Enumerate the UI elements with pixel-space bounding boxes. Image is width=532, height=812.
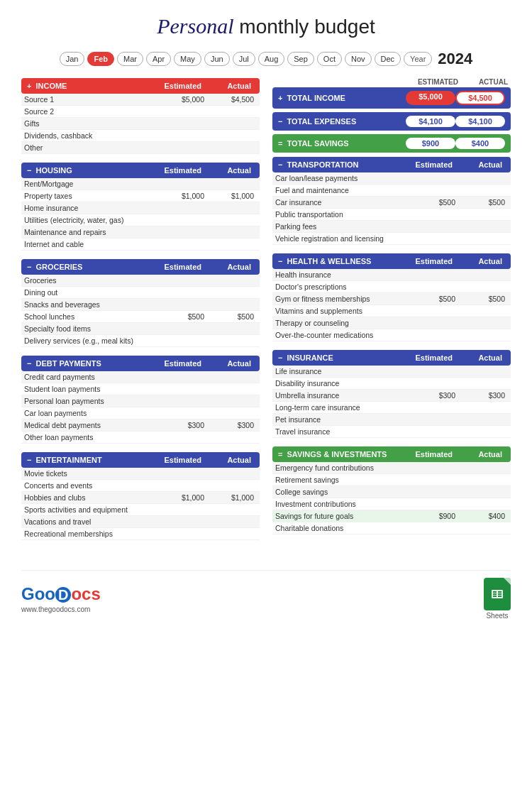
table-row: Snacks and beverages bbox=[21, 299, 260, 311]
row-actual: $500 bbox=[458, 198, 508, 207]
row-label: Health insurance bbox=[275, 270, 409, 279]
table-row: Fuel and maintenance bbox=[272, 185, 511, 197]
insurance-header: − INSURANCE Estimated Actual bbox=[272, 350, 511, 366]
row-label: Vacations and travel bbox=[24, 517, 157, 526]
table-row: Sports activities and equipment bbox=[21, 504, 260, 516]
total-expenses-label: − TOTAL EXPENSES bbox=[278, 117, 356, 126]
svg-rect-5 bbox=[498, 593, 501, 595]
row-label: Dividends, cashback bbox=[24, 131, 157, 140]
month-dec[interactable]: Dec bbox=[375, 52, 401, 66]
table-row: Gym or fitness memberships$500$500 bbox=[272, 293, 511, 305]
row-label: Vehicle registration and licensing bbox=[275, 234, 409, 243]
income-actual-col-header: Actual bbox=[204, 82, 254, 90]
total-expenses-row: − TOTAL EXPENSES $4,100 $4,100 bbox=[272, 112, 511, 131]
row-label: Snacks and beverages bbox=[24, 300, 157, 309]
health-rows: Health insurance Doctor's prescriptions … bbox=[272, 269, 511, 341]
row-estimated: $500 bbox=[157, 312, 207, 321]
sheets-svg bbox=[489, 586, 506, 603]
logo-d-icon: D bbox=[55, 587, 71, 603]
debt-estimated-col-header: Estimated bbox=[155, 359, 204, 368]
row-estimated: $900 bbox=[409, 512, 458, 520]
row-label: Life insurance bbox=[275, 367, 409, 375]
table-row: Gifts bbox=[21, 118, 260, 130]
housing-estimated-col-header: Estimated bbox=[155, 166, 204, 175]
row-label: Disability insurance bbox=[275, 379, 409, 388]
table-row: Source 2 bbox=[21, 106, 260, 118]
table-row: Long-term care insurance bbox=[272, 402, 511, 414]
month-jan[interactable]: Jan bbox=[60, 52, 85, 66]
savings-section: = SAVINGS & INVESTMENTS Estimated Actual… bbox=[272, 446, 511, 534]
housing-section: − HOUSING Estimated Actual Rent/Mortgage… bbox=[21, 163, 260, 251]
income-section: + INCOME Estimated Actual Source 1$5,000… bbox=[21, 78, 260, 154]
table-row: College savings bbox=[272, 486, 511, 498]
debt-header: − DEBT PAYMENTS Estimated Actual bbox=[21, 356, 260, 371]
row-label: Car loan payments bbox=[24, 409, 157, 417]
transportation-title: TRANSPORTATION bbox=[287, 160, 358, 169]
month-may[interactable]: May bbox=[174, 52, 201, 66]
table-row: Vitamins and supplements bbox=[272, 305, 511, 317]
table-row: Savings for future goals$900$400 bbox=[272, 510, 511, 522]
month-sep[interactable]: Sep bbox=[287, 52, 314, 66]
table-row: Movie tickets bbox=[21, 468, 260, 480]
row-label: Gym or fitness memberships bbox=[275, 295, 409, 303]
table-row: Personal loan payments bbox=[21, 395, 260, 407]
month-aug[interactable]: Aug bbox=[258, 52, 285, 66]
main-grid: + INCOME Estimated Actual Source 1$5,000… bbox=[21, 78, 511, 549]
debt-rows: Credit card payments Student loan paymen… bbox=[21, 371, 260, 444]
month-jun[interactable]: Jun bbox=[204, 52, 230, 66]
insurance-title: INSURANCE bbox=[287, 353, 333, 362]
table-row: Dividends, cashback bbox=[21, 130, 260, 142]
total-income-actual: $4,500 bbox=[455, 91, 505, 105]
row-label: Specialty food items bbox=[24, 324, 157, 333]
income-estimated-col-header: Estimated bbox=[155, 82, 204, 90]
table-row: Vehicle registration and licensing bbox=[272, 233, 511, 245]
groceries-icon: − bbox=[27, 263, 31, 271]
row-actual: $4,500 bbox=[207, 95, 257, 104]
row-label: Other bbox=[24, 143, 157, 152]
logo-goo: Goo bbox=[21, 584, 55, 603]
sheets-label: Sheets bbox=[486, 612, 508, 620]
row-estimated: $5,000 bbox=[157, 95, 207, 104]
page-header: Personal monthly budget bbox=[21, 14, 511, 38]
table-row: Rent/Mortgage bbox=[21, 178, 260, 190]
table-row: Disability insurance bbox=[272, 378, 511, 390]
title-cursive: Personal bbox=[157, 14, 233, 38]
table-row: Maintenance and repairs bbox=[21, 226, 260, 238]
table-row: Other loan payments bbox=[21, 432, 260, 444]
plus-icon: + bbox=[278, 94, 282, 102]
row-label: School lunches bbox=[24, 312, 157, 321]
month-jul[interactable]: Jul bbox=[233, 52, 255, 66]
table-row: Pet insurance bbox=[272, 414, 511, 426]
table-row: Internet and cable bbox=[21, 238, 260, 251]
month-feb[interactable]: Feb bbox=[87, 52, 114, 66]
month-mar[interactable]: Mar bbox=[117, 52, 143, 66]
table-row: Charitable donations bbox=[272, 522, 511, 534]
row-estimated: $1,000 bbox=[157, 493, 207, 502]
entertainment-title: ENTERTAINMENT bbox=[35, 456, 101, 464]
row-estimated: $300 bbox=[157, 421, 207, 429]
summary-section: ESTIMATED ACTUAL + TOTAL INCOME $5,000 $… bbox=[272, 78, 511, 153]
insurance-section: − INSURANCE Estimated Actual Life insura… bbox=[272, 350, 511, 438]
table-row: Utilities (electricity, water, gas) bbox=[21, 214, 260, 226]
row-label: Doctor's prescriptions bbox=[275, 282, 409, 291]
table-row: Health insurance bbox=[272, 269, 511, 281]
table-row: Other bbox=[21, 142, 260, 154]
debt-actual-col-header: Actual bbox=[204, 359, 254, 368]
month-apr[interactable]: Apr bbox=[146, 52, 171, 66]
row-label: Vitamins and supplements bbox=[275, 307, 409, 315]
table-row: Vacations and travel bbox=[21, 516, 260, 528]
transportation-actual-col-header: Actual bbox=[455, 160, 505, 169]
housing-actual-col-header: Actual bbox=[204, 166, 254, 175]
month-oct[interactable]: Oct bbox=[317, 52, 342, 66]
goodocs-logo: GooDocs www.thegoodocs.com bbox=[21, 584, 101, 613]
table-row: Car insurance$500$500 bbox=[272, 197, 511, 209]
table-row: Concerts and events bbox=[21, 480, 260, 492]
row-label: Other loan payments bbox=[24, 433, 157, 441]
sheets-corner bbox=[504, 578, 511, 585]
insurance-actual-col-header: Actual bbox=[455, 353, 505, 362]
income-icon: + bbox=[27, 82, 31, 90]
month-nov[interactable]: Nov bbox=[345, 52, 372, 66]
row-label: Property taxes bbox=[24, 192, 157, 200]
row-actual: $500 bbox=[458, 295, 508, 303]
svg-rect-6 bbox=[498, 596, 501, 597]
